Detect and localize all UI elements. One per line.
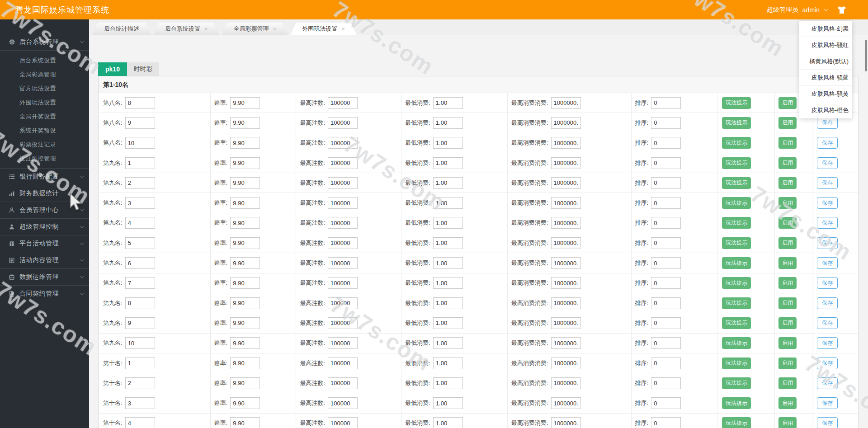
min-consume-input[interactable] [433,257,463,269]
play-tip-button[interactable]: 玩法提示 [722,417,751,428]
max-bets-input[interactable] [328,317,358,329]
rank-input[interactable] [125,197,155,209]
max-bets-input[interactable] [328,177,358,189]
save-button[interactable]: 保存 [817,137,838,149]
play-tip-button[interactable]: 玩法提示 [722,157,751,169]
sort-input[interactable] [651,137,681,149]
enable-button[interactable]: 启用 [778,97,797,109]
min-consume-input[interactable] [433,97,463,109]
max-bets-input[interactable] [328,397,358,409]
rank-input[interactable] [125,217,155,229]
sort-input[interactable] [651,157,681,169]
skin-theme-icon[interactable] [837,6,846,14]
odds-input[interactable] [230,297,260,309]
odds-input[interactable] [230,317,260,329]
min-consume-input[interactable] [433,117,463,129]
rank-input[interactable] [125,157,155,169]
play-tip-button[interactable]: 玩法提示 [722,377,751,389]
save-button[interactable]: 保存 [817,217,838,229]
play-tip-button[interactable]: 玩法提示 [722,197,751,209]
min-consume-input[interactable] [433,397,463,409]
play-tip-button[interactable]: 玩法提示 [722,237,751,249]
enable-button[interactable]: 启用 [778,177,797,189]
enable-button[interactable]: 启用 [778,417,797,428]
min-consume-input[interactable] [433,157,463,169]
max-consume-input[interactable] [551,317,581,329]
play-tip-button[interactable]: 玩法提示 [722,277,751,289]
max-bets-input[interactable] [328,357,358,369]
enable-button[interactable]: 启用 [778,237,797,249]
sidebar-section-7[interactable]: 数据运维管理 [0,268,89,285]
max-bets-input[interactable] [328,137,358,149]
play-tip-button[interactable]: 玩法提示 [722,137,751,149]
workspace-tab-1[interactable]: 后台系统设置 × [153,23,220,35]
sidebar-section-6[interactable]: 活动内容管理 [0,252,89,268]
odds-input[interactable] [230,117,260,129]
skin-menu-item-5[interactable]: 皮肤风格-橙色 [799,102,852,118]
odds-input[interactable] [230,157,260,169]
skin-menu-item-3[interactable]: 皮肤风格-骚蓝 [799,70,852,86]
odds-input[interactable] [230,277,260,289]
sort-input[interactable] [651,277,681,289]
rank-input[interactable] [125,397,155,409]
save-button[interactable]: 保存 [817,277,838,289]
sidebar-item-0-6[interactable]: 彩票投注记录 [0,137,89,151]
skin-menu-item-1[interactable]: 皮肤风格-骚红 [799,37,852,53]
max-consume-input[interactable] [551,357,581,369]
max-consume-input[interactable] [551,277,581,289]
play-tip-button[interactable]: 玩法提示 [722,357,751,369]
rank-input[interactable] [125,317,155,329]
sort-input[interactable] [651,117,681,129]
sort-input[interactable] [651,177,681,189]
workspace-tab-0[interactable]: 后台统计描述 [92,23,151,35]
play-tip-button[interactable]: 玩法提示 [722,97,751,109]
save-button[interactable]: 保存 [817,297,838,309]
rank-input[interactable] [125,237,155,249]
enable-button[interactable]: 启用 [778,297,797,309]
scrollbar-thumb[interactable] [865,40,867,71]
min-consume-input[interactable] [433,217,463,229]
max-consume-input[interactable] [551,337,581,349]
odds-input[interactable] [230,397,260,409]
min-consume-input[interactable] [433,317,463,329]
rank-input[interactable] [125,137,155,149]
max-bets-input[interactable] [328,257,358,269]
sidebar-item-0-2[interactable]: 官方玩法设置 [0,81,89,95]
sidebar-section-4[interactable]: 超级管理控制 [0,218,89,235]
sidebar-section-0[interactable]: 后台系统管理 [0,33,89,50]
rank-input[interactable] [125,257,155,269]
max-consume-input[interactable] [551,217,581,229]
sidebar-section-1[interactable]: 银行财务配置 [0,168,89,185]
max-bets-input[interactable] [328,117,358,129]
odds-input[interactable] [230,357,260,369]
min-consume-input[interactable] [433,197,463,209]
sidebar-section-5[interactable]: 平台活动管理 [0,235,89,252]
min-consume-input[interactable] [433,137,463,149]
max-bets-input[interactable] [328,237,358,249]
odds-input[interactable] [230,237,260,249]
sort-input[interactable] [651,297,681,309]
min-consume-input[interactable] [433,237,463,249]
min-consume-input[interactable] [433,277,463,289]
save-button[interactable]: 保存 [817,237,838,249]
skin-menu-item-0[interactable]: 皮肤风格-幻黑 [799,21,852,37]
save-button[interactable]: 保存 [817,357,838,369]
sort-input[interactable] [651,197,681,209]
save-button[interactable]: 保存 [817,317,838,329]
max-consume-input[interactable] [551,377,581,389]
odds-input[interactable] [230,217,260,229]
max-bets-input[interactable] [328,297,358,309]
play-tip-button[interactable]: 玩法提示 [722,257,751,269]
max-consume-input[interactable] [551,137,581,149]
play-tip-button[interactable]: 玩法提示 [722,297,751,309]
max-consume-input[interactable] [551,117,581,129]
rank-input[interactable] [125,177,155,189]
min-consume-input[interactable] [433,357,463,369]
save-button[interactable]: 保存 [817,177,838,189]
enable-button[interactable]: 启用 [778,137,797,149]
play-tip-button[interactable]: 玩法提示 [722,317,751,329]
sort-input[interactable] [651,317,681,329]
rank-input[interactable] [125,277,155,289]
sort-input[interactable] [651,417,681,428]
rank-input[interactable] [125,417,155,428]
